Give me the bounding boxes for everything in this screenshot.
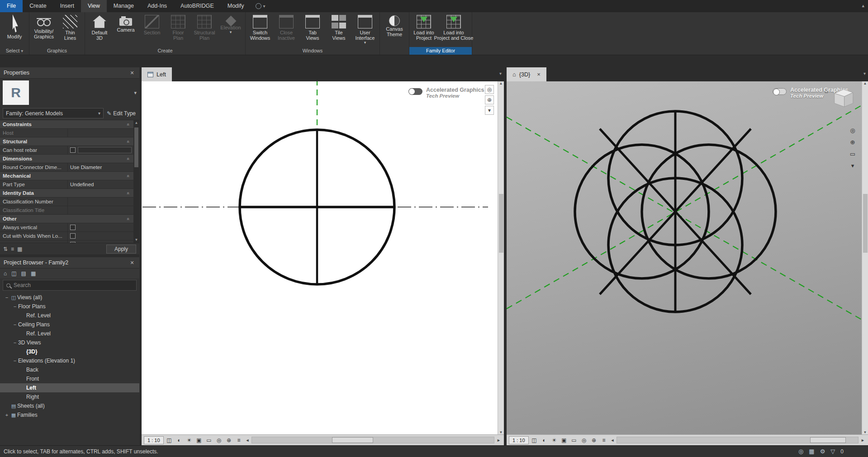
section-mechanical[interactable]: Mechanical « <box>0 172 133 180</box>
view-tab-3d[interactable]: ⌂ {3D} × <box>507 67 546 81</box>
tree-item-families[interactable]: + ▦ Families <box>0 410 139 419</box>
checkbox[interactable] <box>70 225 76 230</box>
tree-item-views-all[interactable]: − ◫ Views (all) <box>0 293 139 302</box>
close-icon[interactable]: × <box>128 259 136 266</box>
tab-views-button[interactable]: Tab Views <box>299 13 326 47</box>
tree-item-3d-views[interactable]: − 3D Views <box>0 338 139 347</box>
close-icon[interactable]: × <box>128 69 136 76</box>
family-selector-dropdown[interactable]: Family: Generic Models ▾ <box>3 108 104 118</box>
tree-item-left[interactable]: Left <box>0 383 139 392</box>
property-value[interactable] <box>68 146 133 154</box>
canvas-theme-button[interactable]: Canvas Theme <box>381 13 408 47</box>
steering-wheel-icon[interactable]: ◎ <box>848 126 857 135</box>
section-constraints[interactable]: Constraints « <box>0 120 133 129</box>
edit-type-button[interactable]: ✎ Edit Type <box>106 110 137 117</box>
accelerated-graphics-toggle[interactable] <box>408 88 422 95</box>
section-identity-data[interactable]: Identity Data « <box>0 189 133 198</box>
steering-wheel-icon[interactable]: ◎ <box>485 85 494 94</box>
property-value[interactable] <box>68 129 133 137</box>
temporary-hide-icon[interactable]: ⊕ <box>225 436 233 444</box>
scroll-down-icon[interactable]: ▼ <box>499 430 503 434</box>
horizontal-scrollbar[interactable] <box>617 437 859 443</box>
camera-button[interactable]: Camera <box>113 13 139 47</box>
ribbon-minimize-button[interactable]: ▴ <box>862 3 864 9</box>
load-into-project-close-button[interactable]: Load into Project and Close <box>437 13 470 47</box>
3d-view-canvas[interactable]: Accelerated Graphics Tech Preview ⌂ ◎ ⊕ … <box>507 81 868 434</box>
property-value[interactable] <box>68 240 133 243</box>
scrollbar-thumb[interactable] <box>863 194 868 253</box>
sheets-icon[interactable]: ▤ <box>21 270 26 277</box>
scroll-left-icon[interactable]: ◄ <box>245 438 251 443</box>
property-value[interactable]: Undefined <box>68 180 133 188</box>
viewcube[interactable]: ⌂ <box>825 86 856 113</box>
section-dimensions[interactable]: Dimensions « <box>0 155 133 163</box>
tab-manage[interactable]: Manage <box>107 0 141 12</box>
scrollbar-thumb[interactable] <box>499 194 503 253</box>
chevron-down-icon[interactable]: ▾ <box>134 90 137 96</box>
tab-autobridge[interactable]: AutoBRIDGE <box>174 0 221 12</box>
scroll-down-icon[interactable]: ▼ <box>135 237 138 243</box>
tree-item-sheets-all[interactable]: ▤ Sheets (all) <box>0 401 139 410</box>
sort-icon[interactable]: ⇅ <box>3 246 8 252</box>
grid-icon[interactable]: ▦ <box>17 246 22 252</box>
search-input[interactable] <box>14 282 133 288</box>
left-view-canvas[interactable]: Accelerated Graphics Tech Preview ◎ ⊕ ▾ … <box>142 81 504 434</box>
section-other[interactable]: Other « <box>0 215 133 223</box>
crop-region-icon[interactable]: ◎ <box>215 436 223 444</box>
chevron-down-icon[interactable]: ▾ <box>499 71 502 76</box>
tab-insert[interactable]: Insert <box>53 0 81 12</box>
tab-addins[interactable]: Add-Ins <box>141 0 174 12</box>
modify-button[interactable]: Modify <box>1 13 28 47</box>
scroll-up-icon[interactable]: ▲ <box>499 81 503 85</box>
tile-views-button[interactable]: Tile Views <box>326 13 352 47</box>
collapse-icon[interactable]: − <box>4 295 10 300</box>
worksets-icon[interactable]: ◎ <box>798 448 803 455</box>
shadows-icon[interactable]: ▣ <box>195 436 204 444</box>
zoom-icon[interactable]: ⊕ <box>485 95 494 104</box>
property-value[interactable] <box>68 198 133 206</box>
filter-icon[interactable]: ▽ <box>830 448 835 455</box>
close-icon[interactable]: × <box>537 71 541 78</box>
ribbon-extra-controls[interactable]: ▾ <box>256 0 266 12</box>
pan-icon[interactable]: ▭ <box>848 149 857 158</box>
user-interface-button[interactable]: User Interface ▾ <box>352 13 378 47</box>
detail-level-icon[interactable]: ◫ <box>165 436 174 444</box>
chevron-down-icon[interactable]: ▾ <box>863 71 866 76</box>
tree-item-elevations[interactable]: − Elevations (Elevation 1) <box>0 356 139 365</box>
collapse-icon[interactable]: − <box>12 304 18 309</box>
apply-button[interactable]: Apply <box>106 245 136 254</box>
type-selector[interactable]: R ▾ <box>0 79 139 107</box>
detail-level-icon[interactable]: ◫ <box>530 436 539 444</box>
scroll-left-icon[interactable]: ◄ <box>610 438 616 443</box>
scrollbar-thumb[interactable] <box>810 437 846 443</box>
thin-lines-button[interactable]: Thin Lines <box>57 13 83 47</box>
chevron-down-icon[interactable]: ▾ <box>848 161 857 170</box>
scrollbar-thumb[interactable] <box>134 127 138 167</box>
zoom-icon[interactable]: ⊕ <box>848 137 857 146</box>
home-icon[interactable]: ⌂ <box>4 270 7 277</box>
tab-modify[interactable]: Modify <box>221 0 251 12</box>
scroll-up-icon[interactable]: ▲ <box>135 120 138 126</box>
collapse-icon[interactable]: − <box>12 358 18 363</box>
view-tab-left[interactable]: Left <box>142 67 172 81</box>
checkbox[interactable] <box>70 147 76 153</box>
group-label-select[interactable]: Select ▾ <box>0 47 29 55</box>
load-into-project-button[interactable]: Load into Project <box>411 13 437 47</box>
visibility-graphics-button[interactable]: Visibility/ Graphics <box>31 13 57 47</box>
scale-control[interactable]: 1 : 10 <box>144 436 164 444</box>
value-field[interactable] <box>78 147 132 153</box>
views-icon[interactable]: ◫ <box>11 270 16 277</box>
tab-file[interactable]: File <box>0 0 23 12</box>
settings-icon[interactable]: ⚙ <box>820 448 825 455</box>
search-box[interactable] <box>3 280 137 291</box>
checkbox[interactable] <box>70 242 76 243</box>
list-icon[interactable]: ≡ <box>11 246 14 252</box>
tab-view[interactable]: View <box>81 0 107 12</box>
crop-view-icon[interactable]: ▭ <box>205 436 213 444</box>
property-value[interactable] <box>68 223 133 231</box>
scr ollbar-thumb[interactable] <box>332 437 373 443</box>
vertical-scrollbar[interactable]: ▲ ▼ <box>498 81 504 434</box>
tree-item-floor-plans[interactable]: − Floor Plans <box>0 302 139 311</box>
horizontal-scrollbar[interactable] <box>251 437 494 443</box>
collapse-icon[interactable]: − <box>12 340 18 345</box>
